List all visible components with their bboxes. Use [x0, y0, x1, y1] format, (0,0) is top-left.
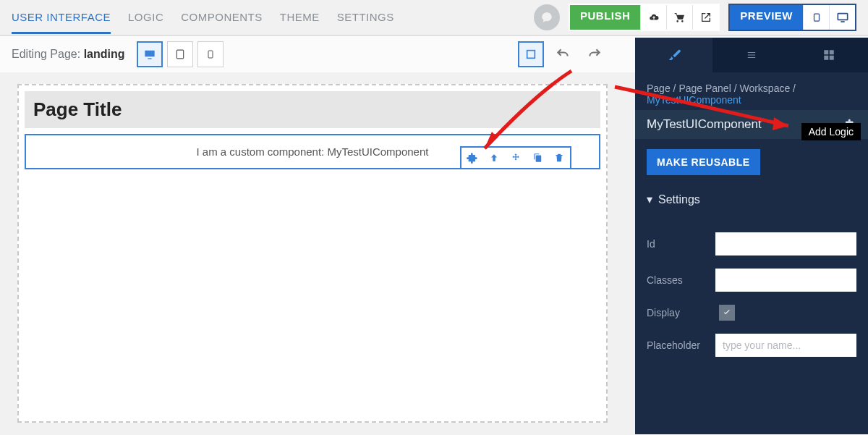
list-icon: [745, 50, 758, 60]
rpanel-tabs: [635, 38, 868, 72]
tab-components[interactable]: COMPONENTS: [181, 1, 263, 34]
svg-rect-5: [527, 51, 535, 59]
svg-rect-1: [838, 14, 847, 20]
display-label: Display: [647, 307, 719, 318]
preview-mobile-icon[interactable]: [803, 5, 829, 30]
brush-icon: [667, 48, 681, 62]
make-reusable-button[interactable]: MAKE REUSABLE: [647, 149, 760, 175]
top-nav: USER INTERFACE LOGIC COMPONENTS THEME SE…: [0, 0, 868, 36]
puzzle-logic-icon[interactable]: [461, 148, 483, 168]
check-icon: [722, 308, 732, 318]
id-input[interactable]: [715, 232, 856, 255]
breadcrumb-current[interactable]: MyTestUIComponent: [647, 94, 741, 106]
component-toolbar: [460, 146, 571, 169]
svg-rect-2: [145, 51, 154, 57]
tab-theme[interactable]: THEME: [280, 1, 320, 34]
redo-button[interactable]: [582, 41, 608, 67]
display-checkbox[interactable]: [719, 305, 735, 321]
device-toggle: [137, 41, 224, 67]
cart-icon[interactable]: [666, 5, 692, 30]
top-actions: PUBLISH PREVIEW: [534, 4, 856, 31]
rpanel-tab-style[interactable]: [635, 38, 712, 72]
arrow-up-icon[interactable]: [483, 148, 505, 168]
right-panel: Page / Page Panel / Workspace / MyTestUI…: [635, 38, 868, 434]
move-icon[interactable]: [505, 148, 527, 168]
chat-button[interactable]: [534, 4, 560, 30]
device-mobile-button[interactable]: [197, 41, 224, 67]
breadcrumb: Page / Page Panel / Workspace / MyTestUI…: [635, 72, 868, 110]
placeholder-input[interactable]: [715, 334, 856, 357]
undo-button[interactable]: [550, 41, 576, 67]
rpanel-tab-grid[interactable]: [791, 38, 868, 72]
preview-group: PREVIEW: [728, 4, 856, 31]
publish-button[interactable]: PUBLISH: [570, 5, 640, 30]
placeholder-label: Placeholder: [647, 339, 715, 351]
selection-mode-button[interactable]: [518, 41, 544, 67]
trash-icon[interactable]: [548, 148, 570, 168]
tab-user-interface[interactable]: USER INTERFACE: [12, 1, 111, 34]
chevron-down-icon: ▾: [647, 193, 652, 206]
publish-group: PUBLISH: [569, 4, 720, 31]
tab-logic[interactable]: LOGIC: [128, 1, 163, 34]
preview-button[interactable]: PREVIEW: [730, 5, 803, 30]
id-label: Id: [647, 238, 715, 250]
copy-icon[interactable]: [527, 148, 548, 168]
svg-rect-4: [208, 51, 213, 58]
page-title[interactable]: Page Title: [25, 91, 600, 128]
classes-label: Classes: [647, 274, 715, 286]
editing-page-label: Editing Page: landing: [12, 48, 125, 61]
classes-input[interactable]: [715, 269, 856, 292]
svg-rect-3: [176, 50, 183, 59]
tab-settings[interactable]: SETTINGS: [337, 1, 394, 34]
add-logic-tooltip: Add Logic: [801, 123, 861, 140]
rpanel-tab-tree[interactable]: [712, 38, 790, 72]
svg-rect-0: [814, 14, 819, 21]
nav-tabs: USER INTERFACE LOGIC COMPONENTS THEME SE…: [12, 1, 534, 34]
settings-rows: Id Classes Display Placeholder: [635, 214, 868, 376]
device-desktop-button[interactable]: [137, 41, 163, 67]
external-link-icon[interactable]: [692, 5, 718, 30]
grid-icon: [822, 48, 835, 62]
preview-desktop-icon[interactable]: [829, 5, 855, 30]
cloud-upload-icon[interactable]: [640, 5, 666, 30]
settings-section-header[interactable]: ▾ Settings: [635, 185, 868, 214]
device-tablet-button[interactable]: [167, 41, 193, 67]
page-canvas[interactable]: Page Title I am a custom component: MyTe…: [17, 84, 608, 423]
canvas-area: Page Title I am a custom component: MyTe…: [0, 72, 625, 434]
subbar-right: [518, 41, 608, 67]
